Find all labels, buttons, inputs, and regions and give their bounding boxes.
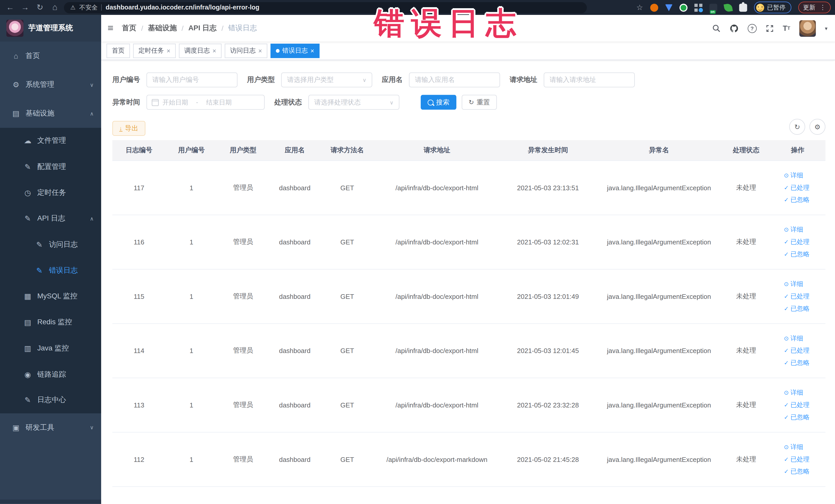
sidebar-item-scheduled-tasks[interactable]: ◷ 定时任务 [0, 180, 101, 206]
sidebar-item-mysql-monitor[interactable]: ▦ MySQL 监控 [0, 283, 101, 309]
user-avatar[interactable] [799, 20, 816, 37]
browser-reload-icon[interactable] [34, 0, 46, 15]
extensions-puzzle-icon[interactable] [739, 3, 747, 11]
breadcrumb-home[interactable]: 首页 [122, 23, 136, 33]
paused-label: 已暂停 [767, 3, 786, 11]
edit-icon: ✎ [23, 163, 32, 171]
detail-link[interactable]: 详细 [784, 388, 803, 397]
detail-link[interactable]: 详细 [784, 171, 803, 180]
sidebar-item-redis-monitor[interactable]: ▤ Redis 监控 [0, 309, 101, 335]
cell-user-id: 1 [166, 238, 217, 246]
cell-method: GET [321, 184, 374, 191]
cell-method: GET [321, 238, 374, 246]
browser-back-icon[interactable] [4, 0, 16, 15]
mark-processed-link[interactable]: 已处理 [784, 183, 810, 192]
detail-link[interactable]: 详细 [784, 443, 803, 451]
request-url-input[interactable] [544, 73, 635, 87]
profile-paused-chip[interactable]: 已暂停 [754, 2, 791, 13]
mark-processed-link[interactable]: 已处理 [784, 238, 810, 246]
font-size-icon[interactable]: TT [782, 24, 790, 32]
leaf-extension-icon[interactable] [724, 3, 733, 12]
filter-label: 请求地址 [510, 75, 544, 85]
mark-ignored-link[interactable]: 已忽略 [784, 358, 810, 367]
detail-link[interactable]: 详细 [784, 334, 803, 343]
sidebar-item-java-monitor[interactable]: ▥ Java 监控 [0, 335, 101, 361]
avatar-caret-down-icon[interactable] [825, 25, 828, 31]
mark-processed-link[interactable]: 已处理 [784, 292, 810, 301]
cell-log-id: 112 [113, 456, 166, 463]
update-label: 更新 [803, 3, 815, 11]
browser-home-icon[interactable] [49, 0, 61, 15]
adblock-extension-icon[interactable] [650, 3, 658, 11]
sidebar-item-log-center[interactable]: ✎ 日志中心 [0, 387, 101, 413]
tab-schedule-log[interactable]: 调度日志 × [179, 44, 222, 58]
hamburger-icon[interactable] [107, 22, 114, 34]
export-button[interactable]: 导出 [113, 121, 145, 136]
fullscreen-icon[interactable] [766, 24, 774, 32]
refresh-table-button[interactable] [789, 119, 805, 135]
mark-ignored-link[interactable]: 已忽略 [784, 413, 810, 422]
mark-ignored-link[interactable]: 已忽略 [784, 250, 810, 259]
tab-scheduled-tasks[interactable]: 定时任务 × [133, 44, 176, 58]
reset-button[interactable]: 重置 [462, 95, 497, 109]
tab-error-log[interactable]: 错误日志 × [270, 44, 320, 58]
process-status-select[interactable]: 请选择处理状态 [308, 95, 400, 109]
mark-processed-link[interactable]: 已处理 [784, 346, 810, 355]
github-icon[interactable] [730, 24, 738, 33]
close-icon[interactable]: × [167, 47, 170, 55]
sidebar-item-access-log[interactable]: ✎ 访问日志 [0, 231, 101, 258]
bookmark-star-icon[interactable] [636, 3, 643, 12]
user-type-select[interactable]: 请选择用户类型 [281, 73, 372, 87]
page-url[interactable]: dashboard.yudao.iocoder.cn/infra/log/api… [106, 4, 260, 11]
mark-ignored-link[interactable]: 已忽略 [784, 304, 810, 313]
search-button[interactable]: 搜索 [421, 95, 456, 109]
mark-processed-link[interactable]: 已处理 [784, 401, 810, 409]
proxy-extension-icon[interactable]: on [709, 3, 717, 11]
browser-update-button[interactable]: 更新 [798, 2, 831, 13]
close-icon[interactable]: × [258, 47, 262, 55]
navbar-actions: ? TT [712, 20, 828, 37]
shield-extension-icon[interactable] [665, 4, 672, 11]
sidebar-item-config-management[interactable]: ✎ 配置管理 [0, 154, 101, 180]
browser-forward-icon[interactable] [19, 0, 31, 15]
filter-label: 异常时间 [113, 98, 147, 107]
close-icon[interactable]: × [311, 47, 314, 55]
sidebar-item-api-log[interactable]: ✎ API 日志 ∧ [0, 206, 101, 231]
date-range-picker[interactable]: 开始日期 - 结束日期 [147, 95, 265, 109]
sidebar-item-file-management[interactable]: ☁ 文件管理 [0, 128, 101, 154]
tab-access-log[interactable]: 访问日志 × [225, 44, 267, 58]
mark-processed-link[interactable]: 已处理 [784, 455, 810, 464]
mark-ignored-link[interactable]: 已忽略 [784, 467, 810, 476]
sidebar-logo-row[interactable]: 芋道管理系统 [0, 15, 101, 42]
sidebar-item-home[interactable]: ⌂ 首页 [0, 42, 101, 70]
table-mini-buttons [789, 119, 826, 135]
tab-home[interactable]: 首页 [106, 44, 130, 58]
detail-link[interactable]: 详细 [784, 280, 803, 288]
app-name-input[interactable] [409, 73, 500, 87]
browser-menu-dots-icon[interactable] [820, 4, 826, 11]
column-settings-button[interactable] [809, 119, 825, 135]
search-icon [428, 99, 433, 105]
active-tab-dot [276, 49, 280, 53]
search-icon[interactable] [712, 24, 720, 32]
sidebar-item-dev-tools[interactable]: ▣ 研发工具 ∨ [0, 413, 101, 442]
breadcrumb-infrastructure[interactable]: 基础设施 [148, 23, 177, 33]
help-icon[interactable]: ? [748, 24, 757, 33]
mark-ignored-link[interactable]: 已忽略 [784, 195, 810, 204]
cell-exception-name: java.lang.IllegalArgumentException [596, 238, 722, 246]
processed-label: 已处理 [790, 455, 810, 464]
sidebar-item-infrastructure[interactable]: ▤ 基础设施 ∧ [0, 99, 101, 128]
close-icon[interactable]: × [212, 47, 217, 55]
sidebar-item-trace[interactable]: ◉ 链路追踪 [0, 361, 101, 387]
sidebar-item-error-log[interactable]: ✎ 错误日志 [0, 258, 101, 283]
download-icon [119, 125, 122, 132]
green-v-extension-icon[interactable] [679, 3, 687, 11]
address-bar[interactable]: 不安全 dashboard.yudao.iocoder.cn/infra/log… [64, 2, 587, 13]
tab-label: 错误日志 [282, 46, 308, 55]
breadcrumb-api-log[interactable]: API 日志 [188, 23, 217, 33]
grid-apps-extension-icon[interactable] [694, 3, 702, 11]
detail-link[interactable]: 详细 [784, 225, 803, 235]
user-id-input[interactable] [147, 73, 238, 87]
security-label[interactable]: 不安全 [79, 3, 98, 11]
sidebar-item-system-management[interactable]: ⚙ 系统管理 ∨ [0, 70, 101, 99]
